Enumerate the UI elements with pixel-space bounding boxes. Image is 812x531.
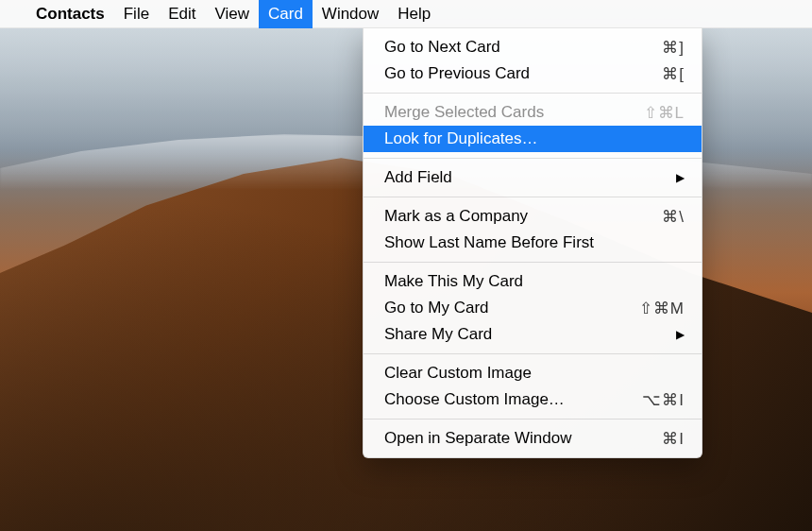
menu-separator (364, 353, 702, 354)
menu-item-look-for-duplicates[interactable]: Look for Duplicates… (364, 126, 702, 152)
menu-separator (364, 93, 702, 94)
menu-separator (364, 158, 702, 159)
menu-item-label: Clear Custom Image (384, 364, 685, 383)
app-menu[interactable]: Contacts (26, 0, 114, 28)
desktop-background: Contacts File Edit View Card Window Help… (0, 0, 812, 531)
menu-item-go-to-previous-card[interactable]: Go to Previous Card ⌘[ (364, 60, 702, 87)
menu-card[interactable]: Card (259, 0, 313, 28)
menu-file[interactable]: File (114, 0, 159, 28)
menu-item-shortcut: ⌥⌘I (620, 390, 685, 410)
menu-item-shortcut: ⇧⌘M (620, 299, 685, 318)
menu-item-shortcut: ⇧⌘L (620, 103, 685, 123)
menu-help[interactable]: Help (388, 0, 440, 28)
menu-item-label: Add Field (384, 168, 676, 187)
menu-item-label: Go to My Card (384, 299, 620, 317)
menu-separator (364, 262, 702, 263)
menu-item-shortcut: ⌘\ (620, 207, 685, 227)
menu-item-share-my-card[interactable]: Share My Card ▶ (364, 321, 702, 348)
menu-window[interactable]: Window (313, 0, 388, 28)
menubar: Contacts File Edit View Card Window Help (0, 0, 812, 28)
menu-item-go-to-my-card[interactable]: Go to My Card ⇧⌘M (364, 295, 702, 321)
menu-item-label: Make This My Card (384, 272, 685, 291)
menu-item-add-field[interactable]: Add Field ▶ (364, 164, 702, 191)
card-menu-dropdown: Go to Next Card ⌘] Go to Previous Card ⌘… (363, 28, 702, 458)
submenu-arrow-icon: ▶ (676, 171, 685, 184)
menu-separator (364, 419, 702, 420)
menu-item-label: Go to Next Card (384, 38, 620, 57)
menu-item-label: Show Last Name Before First (384, 233, 685, 252)
menu-item-label: Share My Card (384, 325, 676, 344)
menu-item-choose-custom-image[interactable]: Choose Custom Image… ⌥⌘I (364, 386, 702, 413)
submenu-arrow-icon: ▶ (676, 328, 685, 341)
menu-item-label: Look for Duplicates… (384, 129, 685, 148)
menu-item-show-last-name-before-first[interactable]: Show Last Name Before First (364, 230, 702, 256)
menu-item-go-to-next-card[interactable]: Go to Next Card ⌘] (364, 34, 702, 60)
menu-item-merge-selected-cards: Merge Selected Cards ⇧⌘L (364, 99, 702, 126)
menu-view[interactable]: View (205, 0, 259, 28)
menu-item-label: Mark as a Company (384, 207, 620, 226)
menu-item-label: Choose Custom Image… (384, 390, 620, 409)
menu-item-shortcut: ⌘[ (620, 64, 685, 84)
menu-item-open-in-separate-window[interactable]: Open in Separate Window ⌘I (364, 425, 702, 452)
menu-item-shortcut: ⌘] (620, 38, 685, 58)
menu-item-shortcut: ⌘I (620, 429, 685, 449)
menu-item-label: Open in Separate Window (384, 429, 620, 448)
menu-item-mark-as-company[interactable]: Mark as a Company ⌘\ (364, 203, 702, 230)
menu-item-make-this-my-card[interactable]: Make This My Card (364, 268, 702, 295)
menu-item-label: Merge Selected Cards (384, 103, 620, 122)
menu-item-clear-custom-image[interactable]: Clear Custom Image (364, 360, 702, 386)
menu-separator (364, 197, 702, 197)
menu-edit[interactable]: Edit (159, 0, 205, 28)
menu-item-label: Go to Previous Card (384, 64, 620, 83)
